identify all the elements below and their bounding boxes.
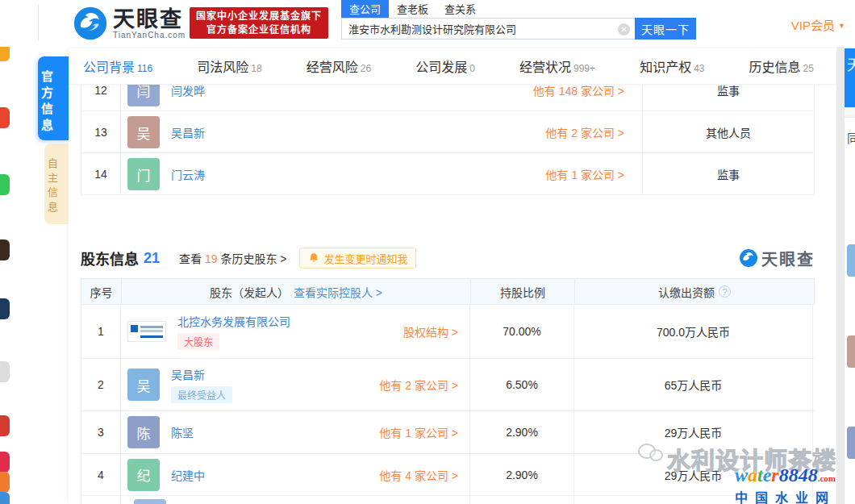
beneficiary-tag: 最终受益人 [171,386,232,403]
position-label: 监事 [643,85,815,111]
avatar [847,427,855,459]
company-name-link[interactable]: 北控水务发展有限公司 [177,313,290,329]
person-name-link[interactable]: 门云涛 [171,166,205,182]
history-shareholders-link[interactable]: 查看 19 条历史股东 > [179,250,286,266]
avatar[interactable]: 陈 [127,416,160,448]
col-header-ratio: 持股比例 [471,279,575,304]
avatar[interactable]: 门 [127,158,160,190]
table-row: 4 纪 纪建中 他有 4 家公司 > 2.90% 29万人民币 [81,454,815,496]
tab-label: 知识产权 [640,60,691,74]
history-prefix: 查看 [179,252,202,265]
tab-count: 999+ [573,63,595,74]
his-companies-link[interactable]: 他有 4 家公司 > [379,467,458,483]
holder-header-label: 股东（发起人） [210,284,289,300]
avatar [847,244,855,277]
notify-on-change-button[interactable]: 发生变更时通知我 [299,248,416,269]
company-detail-card: 公司背景116 司法风险18 经营风险26 公司发展0 经营状况999+ 知识产… [69,48,836,504]
notify-label: 发生变更时通知我 [323,251,407,266]
badge-line2: 官方备案企业征信机构 [206,23,311,37]
company-logo-thumbnail[interactable] [127,321,166,342]
table-row: 1 北控水务发展有限公司 大股东 股权结构 > 70.00% 700.0万人民币 [81,305,815,359]
dock-icon-5[interactable] [0,298,10,319]
table-row: 13 吴 吴昌新 他有 2 家公司 > 其他人员 [81,111,815,153]
vip-label: VIP会员 [791,19,835,32]
shareholders-section-header: 股东信息 21 查看 19 条历史股东 > 发生变更时通知我 天眼查 [81,242,815,274]
tab-operation-risk[interactable]: 经营风险26 [307,56,371,76]
dock-icon-7[interactable] [0,415,10,436]
tab-count: 26 [361,63,371,74]
actual-controller-link[interactable]: 查看实际控股人 > [294,284,382,300]
tab-intellectual-property[interactable]: 知识产权43 [640,56,704,76]
avatar[interactable]: 吴 [127,369,160,401]
section-title: 股东信息 [81,248,139,269]
table-row: 3 陈 陈坚 他有 1 家公司 > 2.90% 29万人民币 [81,411,815,454]
dock-icon-6[interactable] [0,361,10,382]
tianyancha-swirl-icon [739,248,758,268]
top-header: 天眼查 TianYanCha.com 国家中小企业发展基金旗下 官方备案企业征信… [0,0,855,47]
tianyancha-logo[interactable]: 天眼查 TianYanCha.com [73,6,186,41]
tab-label: 历史信息 [749,60,801,74]
tab-company-development[interactable]: 公司发展0 [415,56,475,76]
search-button[interactable]: 天眼一下 [635,18,696,40]
his-companies-link[interactable]: 他有 1 家公司 > [545,166,624,182]
dock-icon-4[interactable] [0,240,10,260]
tab-label: 经营风险 [307,60,358,74]
avatar[interactable]: 吴 [127,116,160,148]
search-tab-boss[interactable]: 查老板 [389,0,436,18]
table-header-row: 序号 股东（发起人） 查看实际控股人 > 持股比例 认缴出资额 ? [81,278,815,305]
avatar [134,499,166,504]
his-companies-link[interactable]: 他有 148 家公司 > [533,85,624,98]
person-name-link[interactable]: 吴昌新 [171,124,205,140]
help-icon[interactable]: ? [719,285,731,298]
side-tab-official-info[interactable]: 官方信息 [38,56,69,140]
staff-table: 12 闫 闫发晔 他有 148 家公司 > 监事 13 吴 吴昌新 他有 2 家… [81,85,815,195]
shareholders-table: 序号 股东（发起人） 查看实际控股人 > 持股比例 认缴出资额 ? 1 北控水务… [81,278,815,504]
his-companies-link[interactable]: 他有 1 家公司 > [379,424,458,440]
section-tabbar: 公司背景116 司法风险18 经营风险26 公司发展0 经营状况999+ 知识产… [69,48,836,85]
search-tabs: 查公司 查老板 查关系 [341,2,696,18]
table-row: 2 吴 吴昌新 最终受益人 他有 2 家公司 > 6.50% 65万人民币 [81,359,815,411]
position-label: 监事 [643,153,815,195]
search-tab-company[interactable]: 查公司 [341,0,389,18]
ratio-value: 6.50% [470,359,574,410]
history-suffix: 条历史股东 > [220,252,286,265]
equity-structure-link[interactable]: 股权结构 > [403,323,458,339]
avatar[interactable]: 闫 [127,85,160,106]
person-name-link[interactable]: 陈坚 [171,424,194,440]
bell-icon [308,252,319,264]
avatar[interactable]: 纪 [127,459,160,491]
amount-value: 29万人民币 [574,411,813,453]
person-name-link[interactable]: 闫发晔 [171,85,205,98]
row-number: 2 [81,359,121,410]
search-input[interactable] [342,19,608,39]
table-row: 12 闫 闫发晔 他有 148 家公司 > 监事 [81,85,815,111]
tab-count: 116 [137,63,152,74]
dock-icon-9[interactable] [0,472,10,493]
his-companies-link[interactable]: 他有 2 家公司 > [545,124,624,140]
side-tab-self-info[interactable]: 自主信息 [44,144,69,224]
tab-label: 公司发展 [415,60,467,74]
person-name-link[interactable]: 纪建中 [171,467,205,483]
dock-icon-10[interactable] [0,492,10,504]
logo-name: 天眼查 [113,8,186,31]
tab-company-background[interactable]: 公司背景116 [83,56,152,76]
tab-count: 18 [251,63,261,74]
search-tab-relation[interactable]: 查关系 [436,0,484,18]
tab-history-info[interactable]: 历史信息25 [749,56,814,76]
dock-icon-2[interactable] [0,107,10,128]
ratio-value: 2.90% [470,411,574,453]
person-name-link[interactable]: 吴昌新 [171,366,232,382]
vip-member-menu[interactable]: VIP会员 ▼ [791,16,845,33]
tab-label: 公司背景 [83,60,135,74]
dock-icon-3[interactable] [0,174,10,195]
tab-operation-status[interactable]: 经营状况999+ [519,56,595,76]
col-header-holder: 股东（发起人） 查看实际控股人 > [122,279,471,304]
amount-value: 700.0万人民币 [574,305,813,358]
row-number: 1 [81,305,121,358]
dock-icon-8[interactable] [0,452,10,473]
tianyancha-watermark-logo: 天眼查 [739,247,815,270]
tab-judicial-risk[interactable]: 司法风险18 [197,56,261,76]
clear-search-icon[interactable]: ✕ [618,23,630,35]
his-companies-link[interactable]: 他有 2 家公司 > [379,377,458,393]
window-gap-strip [836,47,845,504]
